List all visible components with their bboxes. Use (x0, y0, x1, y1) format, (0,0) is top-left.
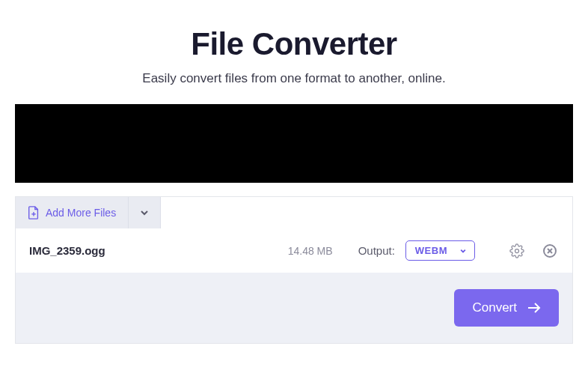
file-row: IMG_2359.ogg 14.48 MB Output: WEBM (16, 228, 572, 273)
panel-footer: Convert (16, 273, 572, 343)
page-title: File Converter (15, 26, 573, 62)
add-files-dropdown-button[interactable] (129, 197, 161, 228)
close-icon (543, 244, 557, 258)
chevron-down-icon (139, 207, 150, 218)
add-more-files-label: Add More Files (46, 207, 116, 219)
output-format-selector[interactable]: WEBM (405, 240, 475, 261)
gear-icon (509, 243, 524, 258)
page-subtitle: Easily convert files from one format to … (15, 71, 573, 86)
panel-header: Add More Files (16, 197, 572, 228)
remove-file-button[interactable] (541, 242, 559, 260)
convert-button[interactable]: Convert (454, 289, 559, 327)
file-size: 14.48 MB (288, 245, 333, 257)
conversion-panel: Add More Files IMG_2359.ogg 14.48 MB Out… (15, 196, 573, 344)
header-spacer (161, 197, 572, 228)
arrow-right-icon (527, 302, 541, 314)
ad-banner (15, 104, 573, 183)
file-plus-icon (28, 206, 40, 219)
output-label: Output: (358, 244, 395, 257)
svg-point-2 (515, 249, 519, 252)
chevron-down-icon (459, 247, 467, 255)
file-name: IMG_2359.ogg (29, 244, 278, 257)
convert-button-label: Convert (472, 300, 517, 315)
output-format-label: WEBM (415, 245, 447, 256)
add-more-files-button[interactable]: Add More Files (16, 197, 129, 228)
settings-button[interactable] (508, 242, 526, 260)
